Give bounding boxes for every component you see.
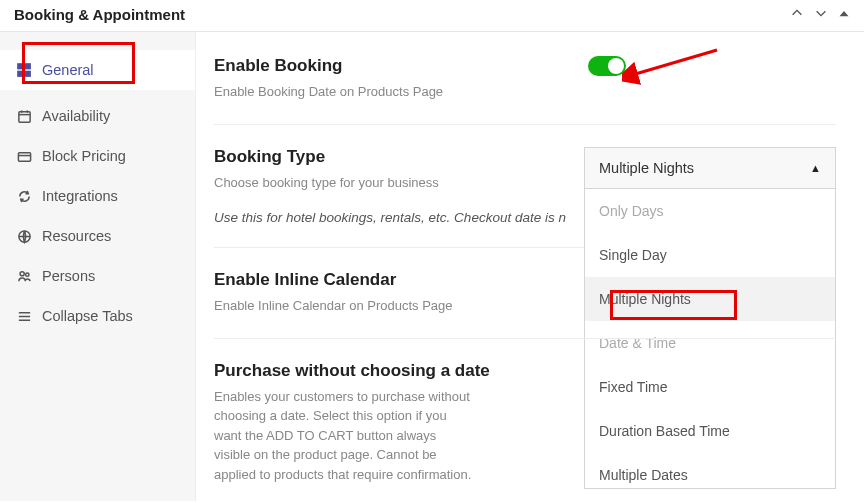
setting-booking-type: Booking Type Choose booking type for you… bbox=[214, 147, 836, 249]
sidebar-item-integrations[interactable]: Integrations bbox=[0, 176, 195, 216]
svg-rect-8 bbox=[18, 152, 30, 160]
grid-icon bbox=[16, 62, 32, 78]
sidebar-item-label: General bbox=[42, 62, 94, 78]
list-icon bbox=[16, 308, 32, 324]
setting-desc: Choose booking type for your business bbox=[214, 173, 439, 193]
setting-enable-booking: Enable Booking Enable Booking Date on Pr… bbox=[214, 56, 836, 125]
sidebar-item-label: Resources bbox=[42, 228, 111, 244]
setting-title: Purchase without choosing a date bbox=[214, 361, 836, 381]
sync-icon bbox=[16, 188, 32, 204]
panel-up-icon[interactable] bbox=[790, 6, 804, 23]
svg-point-13 bbox=[25, 272, 28, 275]
dropdown-option-only-days[interactable]: Only Days bbox=[585, 189, 835, 233]
people-icon bbox=[16, 268, 32, 284]
sidebar-item-label: Collapse Tabs bbox=[42, 308, 133, 324]
sidebar-item-block-pricing[interactable]: Block Pricing bbox=[0, 136, 195, 176]
panel-header: Booking & Appointment bbox=[0, 0, 864, 32]
setting-inline-calendar: Enable Inline Calendar Enable Inline Cal… bbox=[214, 270, 836, 339]
panel-title: Booking & Appointment bbox=[14, 6, 185, 23]
setting-title: Enable Inline Calendar bbox=[214, 270, 836, 290]
setting-desc: Enables your customers to purchase witho… bbox=[214, 387, 474, 485]
dropdown-selected[interactable]: Multiple Nights ▲ bbox=[584, 147, 836, 189]
setting-purchase-without-date: Purchase without choosing a date Enables… bbox=[214, 361, 836, 502]
sidebar-item-collapse-tabs[interactable]: Collapse Tabs bbox=[0, 296, 195, 336]
sidebar-item-label: Availability bbox=[42, 108, 110, 124]
card-icon bbox=[16, 148, 32, 164]
svg-rect-1 bbox=[25, 63, 30, 68]
chevron-up-icon: ▲ bbox=[810, 162, 821, 174]
svg-point-12 bbox=[20, 271, 24, 275]
svg-rect-4 bbox=[18, 111, 29, 121]
svg-rect-3 bbox=[25, 71, 30, 76]
dropdown-selected-label: Multiple Nights bbox=[599, 160, 694, 176]
toggle-knob bbox=[608, 58, 624, 74]
sidebar-item-persons[interactable]: Persons bbox=[0, 256, 195, 296]
setting-title: Booking Type bbox=[214, 147, 439, 167]
globe-icon bbox=[16, 228, 32, 244]
sidebar-item-availability[interactable]: Availability bbox=[0, 96, 195, 136]
calendar-icon bbox=[16, 108, 32, 124]
sidebar-item-label: Block Pricing bbox=[42, 148, 126, 164]
sidebar: General Availability Block Pricing Integ… bbox=[0, 32, 196, 501]
panel-controls bbox=[790, 6, 850, 23]
sidebar-item-general[interactable]: General bbox=[0, 50, 195, 90]
enable-booking-toggle[interactable] bbox=[588, 56, 626, 76]
svg-rect-2 bbox=[17, 71, 22, 76]
panel-collapse-icon[interactable] bbox=[838, 7, 850, 23]
settings-content: Enable Booking Enable Booking Date on Pr… bbox=[196, 32, 864, 501]
svg-rect-0 bbox=[17, 63, 22, 68]
sidebar-item-label: Integrations bbox=[42, 188, 118, 204]
sidebar-item-label: Persons bbox=[42, 268, 95, 284]
sidebar-item-resources[interactable]: Resources bbox=[0, 216, 195, 256]
setting-title: Enable Booking bbox=[214, 56, 443, 76]
panel-down-icon[interactable] bbox=[814, 6, 828, 23]
setting-desc: Enable Booking Date on Products Page bbox=[214, 82, 443, 102]
setting-desc: Enable Inline Calendar on Products Page bbox=[214, 296, 474, 316]
